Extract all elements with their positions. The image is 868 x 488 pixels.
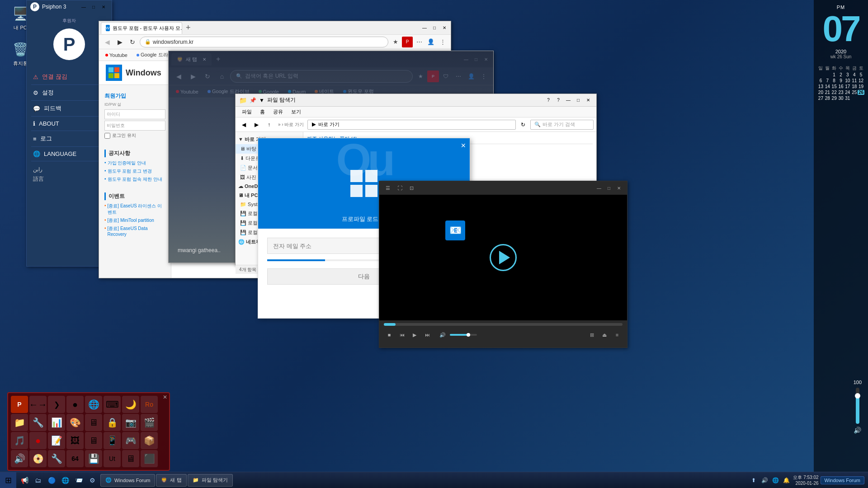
dock-movie[interactable]: 🎬 — [141, 414, 158, 431]
dock-anydesk[interactable]: ❯ — [48, 396, 65, 413]
mp-fullscreen-icon[interactable]: ⛶ — [395, 183, 405, 193]
event-1[interactable]: [종료] EaseUS 라이센스 이벤트 — [104, 202, 165, 216]
mp-maximize[interactable]: □ — [604, 184, 613, 192]
dock-red-circle[interactable]: ● — [29, 432, 47, 449]
mute-button[interactable]: 🔊 — [854, 427, 861, 434]
new-tab-btn[interactable]: + — [183, 23, 193, 33]
mp-minimize[interactable]: — — [594, 184, 604, 192]
browser-main-minimize[interactable]: — — [420, 24, 429, 32]
dock-computer[interactable]: 🖥 — [122, 450, 139, 467]
ann-3[interactable]: 원도우 포럼 접속 제한 안내 — [104, 175, 165, 183]
bm-youtube[interactable]: Youtube — [102, 52, 131, 59]
psiphon-minimize[interactable]: — — [79, 3, 88, 11]
dock-bullet[interactable]: ● — [66, 396, 84, 413]
browser-main-maximize[interactable]: □ — [430, 24, 439, 32]
keep-login-checkbox[interactable] — [104, 133, 110, 139]
fe-up-btn[interactable]: ↑ — [264, 119, 274, 130]
taskbar-clock[interactable]: 오후 7:53:02 2020-01-26 — [793, 474, 818, 486]
mp-playlist-btn[interactable]: ⊞ — [586, 329, 597, 340]
start-button[interactable]: ⊞ — [0, 472, 16, 488]
volume-handle[interactable] — [855, 393, 860, 399]
dock-wrench[interactable]: 🔧 — [29, 414, 47, 431]
tb-mail-btn[interactable]: 📨 — [72, 474, 85, 487]
tb-win-fe[interactable]: 📁 파일 탐색기 — [188, 474, 233, 487]
dock-phone[interactable]: 📱 — [104, 432, 121, 449]
event-2[interactable]: [종료] MiniTool partition — [104, 216, 165, 225]
menu-btn[interactable]: ⋮ — [437, 37, 448, 47]
mp-mute-btn[interactable]: 🔊 — [437, 329, 448, 340]
tb-taskview-btn[interactable]: 🗂 — [32, 474, 44, 487]
mp-play-button[interactable] — [490, 244, 517, 271]
tb-search-btn[interactable]: 📢 — [18, 474, 31, 487]
fe-close[interactable]: ✕ — [584, 96, 593, 104]
tray-net-btn[interactable]: 🌐 — [770, 475, 780, 485]
browser-main-tab[interactable]: W 원도우 포럼 - 윈도우 사용자 모... ✕ — [101, 22, 182, 34]
dock-browser[interactable]: 🌐 — [85, 396, 102, 413]
tb-wf-notification[interactable]: Windows Forum — [821, 476, 864, 484]
dock-keyboard[interactable]: ⌨ — [104, 396, 121, 413]
fe-help[interactable]: ? — [554, 96, 563, 104]
fe-minimize2[interactable]: — — [564, 96, 573, 104]
dock-close-btn[interactable]: ✕ — [163, 394, 167, 400]
dock-settings2[interactable]: 🔧 — [48, 450, 65, 467]
fe-menu-share[interactable]: 공유 — [269, 108, 287, 116]
ann-2[interactable]: 원도우 포럼 로그 변경 — [104, 167, 165, 175]
psiphon-connection-item[interactable]: ⚠ 연결 끊김 — [31, 69, 107, 85]
mp-next-btn[interactable]: ⏭ — [422, 329, 433, 340]
back-btn[interactable]: ◀ — [102, 37, 113, 47]
nav-more-btn[interactable]: ⋯ — [414, 37, 425, 47]
dock-dvd[interactable]: 📀 — [29, 450, 47, 467]
event-3[interactable]: [종료] EaseUS Data Recovery — [104, 225, 165, 238]
mp-pip-icon[interactable]: ⊡ — [406, 183, 416, 193]
fe-menu-home[interactable]: 홈 — [256, 108, 269, 116]
mp-play-ctrl-btn[interactable]: ▶ — [409, 329, 420, 340]
mp-stop-btn[interactable]: ■ — [384, 329, 395, 340]
fe-back-btn[interactable]: ◀ — [238, 119, 249, 130]
fe-forward-btn[interactable]: ▶ — [251, 119, 262, 130]
dock-ro[interactable]: Ro — [141, 396, 158, 413]
mp-list-btn[interactable]: ≡ — [612, 329, 623, 340]
address-bar[interactable]: 🔒 windowsforum.kr — [140, 37, 388, 47]
dock-camera[interactable]: 📷 — [122, 414, 139, 431]
volume-control[interactable]: 100 🔊 — [854, 380, 862, 434]
fe-menu-view[interactable]: 보기 — [288, 108, 305, 116]
psiphon-maximize[interactable]: □ — [89, 3, 98, 11]
tb-ie-btn[interactable]: 🔵 — [45, 474, 58, 487]
mp-eject-btn[interactable]: ⏏ — [599, 329, 610, 340]
dock-box[interactable]: 📦 — [141, 432, 158, 449]
dock-moon[interactable]: 🌙 — [122, 396, 139, 413]
dock-paint[interactable]: 🎨 — [66, 414, 84, 431]
fe-maximize[interactable]: □ — [574, 96, 583, 104]
forward-btn[interactable]: ▶ — [114, 37, 125, 47]
dock-display[interactable]: 🖥 — [85, 414, 102, 431]
fe-path-bar[interactable]: ⯈ 바로 가기 — [307, 120, 516, 130]
star-icon[interactable]: ★ — [390, 37, 401, 47]
browser-main-close[interactable]: ✕ — [440, 24, 449, 32]
psiphon-about-item[interactable]: ℹ ABOUT — [31, 117, 107, 131]
dock-notepad[interactable]: 📝 — [48, 432, 65, 449]
tb-settings-btn[interactable]: ⚙ — [86, 474, 99, 487]
profile-icon[interactable]: 👤 — [425, 37, 436, 47]
lang-arabic[interactable]: رابن — [33, 165, 105, 174]
psiphon-feedback-item[interactable]: 💬 피드백 — [31, 101, 107, 117]
login-keep[interactable]: 로그인 유지 — [104, 132, 165, 139]
psiphon-log-item[interactable]: ≡ 로그 — [31, 131, 107, 147]
mp-menu-icon[interactable]: ☰ — [383, 183, 393, 193]
dock-game[interactable]: 🎮 — [122, 432, 139, 449]
psiphon-close[interactable]: ✕ — [99, 3, 108, 11]
dock-psiphon[interactable]: P — [11, 396, 28, 413]
psiphon-language-item[interactable]: 🌐 LANGUAGE — [31, 147, 107, 161]
fe-search-bar[interactable]: 🔍 바로 가기 검색 — [530, 120, 594, 130]
dock-pc[interactable]: 🖥 — [85, 432, 102, 449]
tray-up-btn[interactable]: ⬆ — [749, 475, 759, 485]
dock-image[interactable]: 🖼 — [66, 432, 84, 449]
dock-red-x[interactable]: ⬛ — [141, 450, 158, 467]
tb-net-btn[interactable]: 🌐 — [59, 474, 71, 487]
psiphon-settings-item[interactable]: ⚙ 설정 — [31, 85, 107, 101]
fe-refresh-btn[interactable]: ↻ — [518, 119, 528, 130]
tb-win-wf[interactable]: 🌐 Windows Forum — [100, 474, 155, 487]
dock-music[interactable]: 🎵 — [11, 432, 28, 449]
dock-usb[interactable]: 💾 — [85, 450, 102, 467]
refresh-btn[interactable]: ↻ — [127, 37, 138, 47]
dock-folder[interactable]: 📁 — [11, 414, 28, 431]
